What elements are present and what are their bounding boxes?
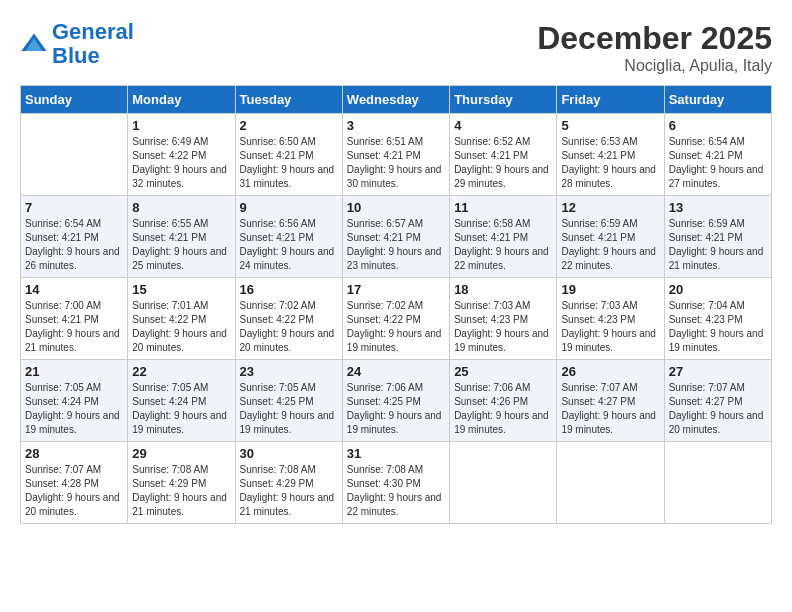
day-info: Sunrise: 6:54 AMSunset: 4:21 PMDaylight:… xyxy=(25,217,123,273)
calendar-cell: 21Sunrise: 7:05 AMSunset: 4:24 PMDayligh… xyxy=(21,360,128,442)
weekday-header: Monday xyxy=(128,86,235,114)
calendar-week-row: 7Sunrise: 6:54 AMSunset: 4:21 PMDaylight… xyxy=(21,196,772,278)
day-number: 20 xyxy=(669,282,767,297)
calendar-cell: 22Sunrise: 7:05 AMSunset: 4:24 PMDayligh… xyxy=(128,360,235,442)
day-number: 27 xyxy=(669,364,767,379)
day-number: 31 xyxy=(347,446,445,461)
day-info: Sunrise: 7:07 AMSunset: 4:27 PMDaylight:… xyxy=(669,381,767,437)
day-number: 18 xyxy=(454,282,552,297)
day-info: Sunrise: 6:55 AMSunset: 4:21 PMDaylight:… xyxy=(132,217,230,273)
calendar-cell: 29Sunrise: 7:08 AMSunset: 4:29 PMDayligh… xyxy=(128,442,235,524)
day-info: Sunrise: 6:50 AMSunset: 4:21 PMDaylight:… xyxy=(240,135,338,191)
day-number: 9 xyxy=(240,200,338,215)
calendar-cell xyxy=(664,442,771,524)
logo-text: General Blue xyxy=(52,20,134,68)
day-info: Sunrise: 7:05 AMSunset: 4:25 PMDaylight:… xyxy=(240,381,338,437)
calendar-cell: 4Sunrise: 6:52 AMSunset: 4:21 PMDaylight… xyxy=(450,114,557,196)
weekday-header: Friday xyxy=(557,86,664,114)
day-number: 30 xyxy=(240,446,338,461)
weekday-header: Wednesday xyxy=(342,86,449,114)
month-title: December 2025 xyxy=(537,20,772,57)
day-number: 17 xyxy=(347,282,445,297)
day-info: Sunrise: 6:57 AMSunset: 4:21 PMDaylight:… xyxy=(347,217,445,273)
calendar-cell: 24Sunrise: 7:06 AMSunset: 4:25 PMDayligh… xyxy=(342,360,449,442)
title-block: December 2025 Nociglia, Apulia, Italy xyxy=(537,20,772,75)
calendar-header: SundayMondayTuesdayWednesdayThursdayFrid… xyxy=(21,86,772,114)
page-header: General Blue December 2025 Nociglia, Apu… xyxy=(20,20,772,75)
calendar-cell: 13Sunrise: 6:59 AMSunset: 4:21 PMDayligh… xyxy=(664,196,771,278)
day-info: Sunrise: 7:04 AMSunset: 4:23 PMDaylight:… xyxy=(669,299,767,355)
day-number: 4 xyxy=(454,118,552,133)
calendar-cell xyxy=(450,442,557,524)
day-number: 3 xyxy=(347,118,445,133)
calendar-week-row: 1Sunrise: 6:49 AMSunset: 4:22 PMDaylight… xyxy=(21,114,772,196)
day-info: Sunrise: 6:54 AMSunset: 4:21 PMDaylight:… xyxy=(669,135,767,191)
day-info: Sunrise: 6:59 AMSunset: 4:21 PMDaylight:… xyxy=(561,217,659,273)
day-info: Sunrise: 7:00 AMSunset: 4:21 PMDaylight:… xyxy=(25,299,123,355)
day-info: Sunrise: 6:52 AMSunset: 4:21 PMDaylight:… xyxy=(454,135,552,191)
weekday-header: Thursday xyxy=(450,86,557,114)
calendar-cell: 23Sunrise: 7:05 AMSunset: 4:25 PMDayligh… xyxy=(235,360,342,442)
calendar-cell: 8Sunrise: 6:55 AMSunset: 4:21 PMDaylight… xyxy=(128,196,235,278)
logo: General Blue xyxy=(20,20,134,68)
day-info: Sunrise: 7:02 AMSunset: 4:22 PMDaylight:… xyxy=(240,299,338,355)
calendar-table: SundayMondayTuesdayWednesdayThursdayFrid… xyxy=(20,85,772,524)
day-info: Sunrise: 7:07 AMSunset: 4:27 PMDaylight:… xyxy=(561,381,659,437)
day-info: Sunrise: 7:06 AMSunset: 4:26 PMDaylight:… xyxy=(454,381,552,437)
day-number: 25 xyxy=(454,364,552,379)
day-info: Sunrise: 6:49 AMSunset: 4:22 PMDaylight:… xyxy=(132,135,230,191)
calendar-cell: 28Sunrise: 7:07 AMSunset: 4:28 PMDayligh… xyxy=(21,442,128,524)
day-info: Sunrise: 7:05 AMSunset: 4:24 PMDaylight:… xyxy=(25,381,123,437)
calendar-cell xyxy=(21,114,128,196)
day-info: Sunrise: 6:53 AMSunset: 4:21 PMDaylight:… xyxy=(561,135,659,191)
day-info: Sunrise: 7:02 AMSunset: 4:22 PMDaylight:… xyxy=(347,299,445,355)
day-info: Sunrise: 7:08 AMSunset: 4:29 PMDaylight:… xyxy=(240,463,338,519)
day-number: 28 xyxy=(25,446,123,461)
day-number: 2 xyxy=(240,118,338,133)
calendar-cell: 14Sunrise: 7:00 AMSunset: 4:21 PMDayligh… xyxy=(21,278,128,360)
calendar-cell: 6Sunrise: 6:54 AMSunset: 4:21 PMDaylight… xyxy=(664,114,771,196)
day-info: Sunrise: 7:08 AMSunset: 4:30 PMDaylight:… xyxy=(347,463,445,519)
day-number: 10 xyxy=(347,200,445,215)
calendar-cell: 7Sunrise: 6:54 AMSunset: 4:21 PMDaylight… xyxy=(21,196,128,278)
weekday-header: Sunday xyxy=(21,86,128,114)
day-info: Sunrise: 7:06 AMSunset: 4:25 PMDaylight:… xyxy=(347,381,445,437)
calendar-cell: 10Sunrise: 6:57 AMSunset: 4:21 PMDayligh… xyxy=(342,196,449,278)
calendar-cell: 11Sunrise: 6:58 AMSunset: 4:21 PMDayligh… xyxy=(450,196,557,278)
calendar-cell: 26Sunrise: 7:07 AMSunset: 4:27 PMDayligh… xyxy=(557,360,664,442)
calendar-cell: 9Sunrise: 6:56 AMSunset: 4:21 PMDaylight… xyxy=(235,196,342,278)
calendar-cell: 3Sunrise: 6:51 AMSunset: 4:21 PMDaylight… xyxy=(342,114,449,196)
day-info: Sunrise: 7:05 AMSunset: 4:24 PMDaylight:… xyxy=(132,381,230,437)
day-number: 8 xyxy=(132,200,230,215)
day-number: 7 xyxy=(25,200,123,215)
day-number: 6 xyxy=(669,118,767,133)
day-number: 14 xyxy=(25,282,123,297)
weekday-header: Saturday xyxy=(664,86,771,114)
day-number: 21 xyxy=(25,364,123,379)
day-info: Sunrise: 7:03 AMSunset: 4:23 PMDaylight:… xyxy=(561,299,659,355)
calendar-cell: 20Sunrise: 7:04 AMSunset: 4:23 PMDayligh… xyxy=(664,278,771,360)
day-number: 26 xyxy=(561,364,659,379)
day-number: 1 xyxy=(132,118,230,133)
day-number: 22 xyxy=(132,364,230,379)
calendar-cell: 27Sunrise: 7:07 AMSunset: 4:27 PMDayligh… xyxy=(664,360,771,442)
calendar-week-row: 14Sunrise: 7:00 AMSunset: 4:21 PMDayligh… xyxy=(21,278,772,360)
day-number: 24 xyxy=(347,364,445,379)
day-info: Sunrise: 6:59 AMSunset: 4:21 PMDaylight:… xyxy=(669,217,767,273)
day-number: 11 xyxy=(454,200,552,215)
calendar-cell xyxy=(557,442,664,524)
calendar-cell: 12Sunrise: 6:59 AMSunset: 4:21 PMDayligh… xyxy=(557,196,664,278)
day-info: Sunrise: 7:08 AMSunset: 4:29 PMDaylight:… xyxy=(132,463,230,519)
day-number: 15 xyxy=(132,282,230,297)
calendar-cell: 30Sunrise: 7:08 AMSunset: 4:29 PMDayligh… xyxy=(235,442,342,524)
calendar-cell: 19Sunrise: 7:03 AMSunset: 4:23 PMDayligh… xyxy=(557,278,664,360)
day-info: Sunrise: 6:58 AMSunset: 4:21 PMDaylight:… xyxy=(454,217,552,273)
calendar-cell: 5Sunrise: 6:53 AMSunset: 4:21 PMDaylight… xyxy=(557,114,664,196)
calendar-cell: 17Sunrise: 7:02 AMSunset: 4:22 PMDayligh… xyxy=(342,278,449,360)
location: Nociglia, Apulia, Italy xyxy=(537,57,772,75)
day-number: 12 xyxy=(561,200,659,215)
day-info: Sunrise: 6:51 AMSunset: 4:21 PMDaylight:… xyxy=(347,135,445,191)
day-number: 5 xyxy=(561,118,659,133)
day-number: 13 xyxy=(669,200,767,215)
day-number: 19 xyxy=(561,282,659,297)
